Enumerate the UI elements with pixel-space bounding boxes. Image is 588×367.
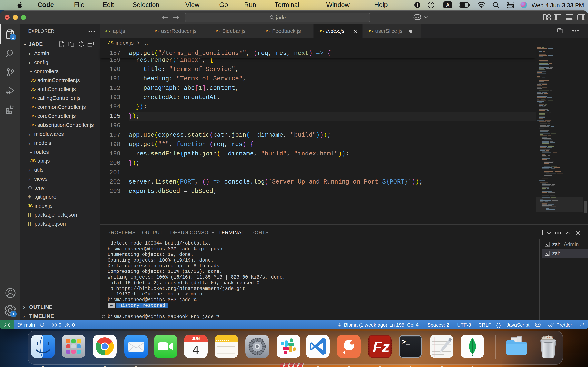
svg-text:JUN: JUN <box>192 336 200 341</box>
svg-text:4: 4 <box>192 343 199 356</box>
svg-text:>_: >_ <box>402 338 410 346</box>
svg-text:Fz: Fz <box>373 338 389 355</box>
